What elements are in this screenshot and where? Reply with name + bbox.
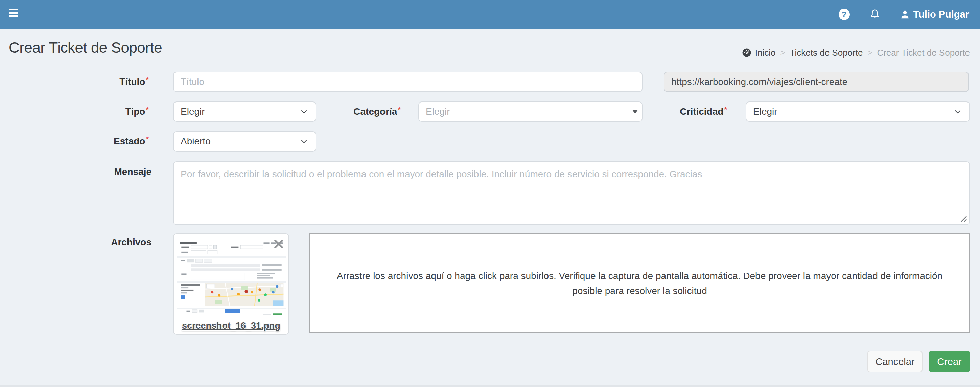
chevron-down-icon [299, 137, 309, 146]
categoria-combobox[interactable]: Elegir [418, 102, 643, 122]
chevron-down-icon [953, 107, 963, 116]
breadcrumb-tickets-label: Tickets de Soporte [790, 48, 863, 58]
archivos-label: Archivos [0, 237, 151, 248]
uploaded-file-name: screenshot_16_31.png [174, 321, 288, 331]
page-title: Crear Ticket de Soporte [9, 39, 162, 56]
file-dropzone[interactable]: Arrastre los archivos aquí o haga click … [309, 233, 970, 333]
tipo-select[interactable]: Elegir [173, 102, 316, 122]
url-input[interactable] [664, 72, 969, 92]
screenshot-thumbnail-image [177, 237, 286, 315]
breadcrumb-separator: > [867, 48, 872, 57]
breadcrumb-tickets[interactable]: Tickets de Soporte [790, 48, 863, 58]
mensaje-label: Mensaje [0, 166, 151, 177]
categoria-dropdown-button[interactable] [628, 102, 642, 121]
help-icon[interactable]: ? [838, 9, 850, 20]
user-name: Tulio Pulgar [913, 9, 969, 20]
titulo-label: Título* [0, 76, 149, 87]
required-asterisk: * [146, 75, 149, 84]
mensaje-textarea[interactable] [173, 161, 970, 225]
create-support-ticket-page: ? Tulio Pulgar Crear Ticket de Soporte [0, 0, 980, 387]
tipo-select-value: Elegir [181, 106, 205, 117]
dropzone-instructions: Arrastre los archivos aquí o haga click … [328, 269, 951, 298]
top-navbar: ? Tulio Pulgar [0, 0, 980, 29]
required-asterisk: * [398, 105, 401, 114]
criticidad-select[interactable]: Elegir [746, 102, 970, 122]
categoria-label: Categoría* [304, 106, 401, 117]
user-icon [900, 10, 910, 20]
textarea-resize-handle[interactable] [958, 213, 967, 222]
required-asterisk: * [146, 135, 149, 143]
required-asterisk: * [146, 105, 149, 114]
estado-label: Estado* [0, 136, 149, 147]
caret-down-icon [632, 110, 638, 114]
footer-divider [0, 385, 980, 387]
hamburger-menu-icon[interactable] [9, 9, 21, 20]
uploaded-file-thumbnail[interactable]: screenshot_16_31.png [173, 233, 289, 334]
breadcrumb-home-label: Inicio [755, 48, 776, 58]
criticidad-label: Criticidad* [643, 106, 727, 117]
criticidad-select-value: Elegir [753, 106, 778, 117]
breadcrumb: Inicio > Tickets de Soporte > Crear Tick… [741, 47, 970, 59]
titulo-input[interactable] [173, 72, 643, 92]
dashboard-icon [741, 48, 752, 58]
breadcrumb-home[interactable]: Inicio [741, 48, 776, 58]
notifications-bell-icon[interactable] [869, 8, 881, 21]
tipo-label: Tipo* [0, 106, 149, 117]
create-button[interactable]: Crear [929, 351, 970, 373]
breadcrumb-current: Crear Ticket de Soporte [877, 48, 970, 58]
estado-select-value: Abierto [181, 136, 211, 147]
breadcrumb-separator: > [781, 48, 785, 57]
user-menu[interactable]: Tulio Pulgar [900, 9, 969, 20]
cancel-button[interactable]: Cancelar [867, 351, 923, 373]
topbar-right-cluster: ? Tulio Pulgar [838, 0, 969, 29]
estado-select[interactable]: Abierto [173, 131, 316, 151]
remove-file-button[interactable] [273, 238, 285, 250]
required-asterisk: * [724, 105, 727, 114]
categoria-placeholder: Elegir [419, 102, 628, 121]
